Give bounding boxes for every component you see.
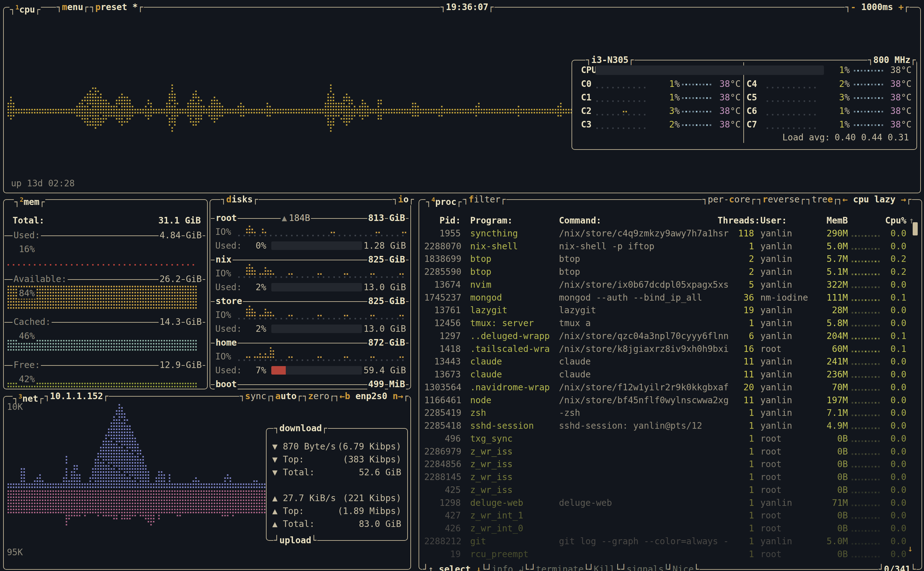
process-mem: 28M [815, 305, 848, 316]
process-program: node [470, 395, 491, 406]
mem-section-percent: 16% [18, 244, 36, 255]
process-cpu: 0.1 [881, 292, 906, 303]
process-row[interactable]: 426z_wr_int_01root0B0.0 [419, 523, 921, 536]
core-percent: 1% [648, 92, 680, 103]
process-pid: 13761 [424, 305, 461, 316]
process-program: z_wr_iss [470, 472, 513, 483]
disk-used-label: Used: [215, 365, 242, 376]
disk-used-percent: 0% [241, 241, 266, 251]
mem-section-percent: 42% [18, 374, 36, 385]
process-mem: 290M [815, 228, 848, 239]
process-mem: 0B [815, 459, 848, 470]
core-percent: 1% [818, 106, 850, 116]
btop-screen: ┐1cpu┌ ┐menu┌ ┐preset *┌ ┐19:36:07┌ ┐- 1… [0, 0, 924, 571]
core-label: C3 [581, 119, 592, 130]
process-row[interactable]: 496txg_sync1root0B0.0 [419, 434, 921, 446]
process-threads: 5 [718, 279, 754, 290]
mem-section-rule: Available:26.2GiB [5, 274, 205, 284]
process-mem: 5.0M [815, 536, 848, 547]
process-cpu: 0.0 [881, 446, 906, 457]
process-row[interactable]: 1745237mongodmongod --auth --bind_ip_all… [419, 292, 921, 305]
cpu-total-meter [596, 65, 824, 75]
process-pid: 13673 [424, 369, 461, 380]
process-pid: 2288212 [424, 536, 461, 547]
process-user: yanlin [760, 407, 792, 418]
process-program: claude [470, 356, 502, 367]
process-row[interactable]: 425z_wr_iss1root0B0.0 [419, 485, 921, 497]
process-row[interactable]: 1297..deluged-wrapp/nix/store/qzc04a3npl… [419, 331, 921, 343]
process-program: mongod [470, 292, 502, 303]
process-row[interactable]: 427z_wr_int_11root0B0.0 [419, 510, 921, 523]
process-row[interactable]: 2285419zsh-zsh1yanlin7.1M0.0 [419, 407, 921, 420]
disk-used-value: 13.0 GiB [346, 282, 406, 293]
process-row[interactable]: 12456tmux: servertmux a1yanlin5.8M0.0 [419, 318, 921, 330]
process-program: git [470, 536, 486, 547]
process-user: yanlin [760, 331, 792, 341]
process-command: mongod --auth --bind_ip_all [559, 292, 702, 303]
core-percent: 3% [648, 106, 680, 116]
process-row[interactable]: 13443claudeclaude11yanlin241M0.0 [419, 356, 921, 369]
process-pid: 1838699 [424, 254, 461, 264]
process-command: /nix/store/f12w1yilr2r9k0kkgbxaf [559, 382, 728, 393]
process-user: yanlin [760, 536, 792, 547]
process-cpu: 0.1 [881, 344, 906, 355]
process-cpu: 0.0 [881, 241, 906, 252]
process-program: z_wr_iss [470, 485, 513, 495]
process-cpu: 0.0 [881, 369, 906, 380]
process-program: lazygit [470, 305, 507, 316]
core-label: C4 [747, 79, 757, 90]
process-cpu: 0.0 [881, 434, 906, 444]
disk-name-rule: home872GiB [211, 338, 408, 348]
core-temp: 38°C [719, 79, 741, 90]
process-command: -zsh [559, 407, 580, 418]
process-row[interactable]: 13674nvim/nix/store/ix0b67dcdpl05xpagx5x… [419, 279, 921, 292]
process-threads: 1 [718, 523, 754, 534]
process-row[interactable]: 1298deluge-webdeluge-web1yanlin71M0.0 [419, 498, 921, 510]
process-user: yanlin [760, 369, 792, 380]
process-mem: 0B [815, 510, 848, 521]
proc-scrollbar-thumb[interactable] [913, 222, 918, 235]
process-user: root [760, 485, 781, 495]
process-row[interactable]: 13673claudeclaude11yanlin236M0.0 [419, 369, 921, 382]
process-row[interactable]: 1303564.navidrome-wrap/nix/store/f12w1yi… [419, 382, 921, 395]
proc-scroll-down-icon[interactable]: ↓ [908, 543, 913, 554]
process-row[interactable]: 2288070nix-shellnix-shell -p iftop1yanli… [419, 241, 921, 254]
process-command: deluge-web [559, 498, 612, 508]
process-command: nix-shell -p iftop [559, 241, 654, 252]
process-user: yanlin [760, 241, 792, 252]
process-row[interactable]: 1418.tailscaled-wra/nix/store/k8jgiaxrz8… [419, 344, 921, 356]
process-row[interactable]: 2284856z_wr_iss1root0B0.0 [419, 459, 921, 472]
process-mem: 0B [815, 485, 848, 495]
process-row[interactable]: 19rcu_preempt1root0B0.0 [419, 549, 921, 562]
process-program: z_wr_iss [470, 459, 513, 470]
process-row[interactable]: 13761lazygitlazygit19yanlin28M0.0 [419, 305, 921, 318]
process-row[interactable]: 2285418sshd-sessionsshd-session: yanlin@… [419, 421, 921, 433]
process-mem: 241M [815, 356, 848, 367]
process-pid: 2285418 [424, 421, 461, 431]
process-pid: 1297 [424, 331, 461, 341]
proc-col-user: User: [760, 215, 787, 226]
process-cpu: 0.0 [881, 382, 906, 393]
core-temp: 38°C [890, 92, 912, 103]
process-mem: 71M [815, 498, 848, 508]
process-row[interactable]: 2285590btopbtop2yanlin5.1M0.2 [419, 267, 921, 279]
process-row[interactable]: 1955syncthing/nix/store/c4q9zmkzy9awy7h7… [419, 228, 921, 241]
process-row[interactable]: 1166461node/nix/store/bf45nflf0wylnscwwa… [419, 395, 921, 407]
process-row[interactable]: 2286979z_wr_iss1root0B0.0 [419, 446, 921, 459]
process-command: claude [559, 369, 591, 380]
process-threads: 1 [718, 446, 754, 457]
process-pid: 13674 [424, 279, 461, 290]
process-cpu: 0.0 [881, 318, 906, 329]
process-pid: 1418 [424, 344, 461, 355]
process-user: root [760, 434, 781, 444]
process-row[interactable]: 2288145z_wr_iss1root0B0.0 [419, 472, 921, 485]
process-mem: 322M [815, 279, 848, 290]
process-user: root [760, 344, 781, 355]
process-row[interactable]: 1838699btopbtop2yanlin5.7M0.2 [419, 254, 921, 266]
process-threads: 11 [718, 369, 754, 380]
process-program: syncthing [470, 228, 518, 239]
disk-io-label: IO% [215, 310, 231, 321]
process-user: yanlin [760, 498, 792, 508]
process-command: tmux a [559, 318, 591, 329]
process-row[interactable]: 2288212gitgit log --graph --color=always… [419, 536, 921, 549]
